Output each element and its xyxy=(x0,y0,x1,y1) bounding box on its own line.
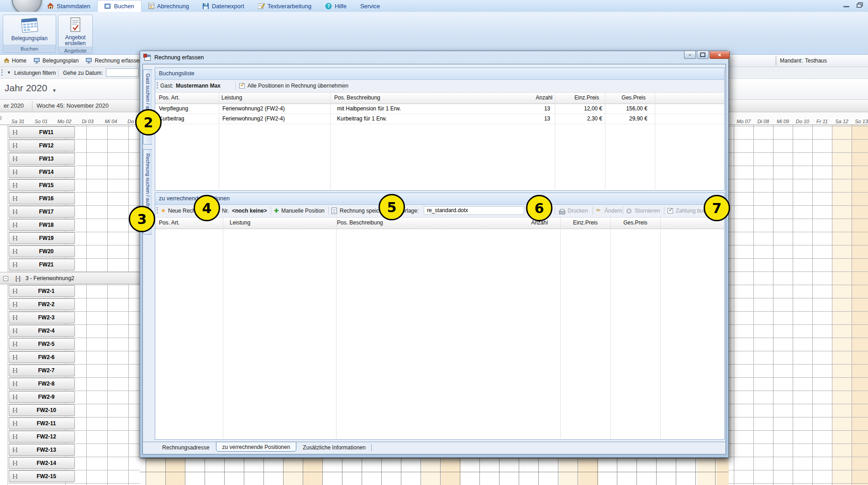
room-button[interactable]: [-] FW14 xyxy=(9,166,75,178)
collapse-toggle[interactable]: [-] xyxy=(13,394,17,399)
collapse-toggle[interactable]: [-] xyxy=(13,235,17,240)
room-button[interactable]: [-] FW2-12 xyxy=(9,431,75,443)
dialog-maximize-button[interactable] xyxy=(697,51,709,59)
collapse-toggle[interactable]: [-] xyxy=(13,367,17,373)
table-row[interactable]: Verpflegung Ferienwohnung2 (FW2-4) mit H… xyxy=(155,104,724,114)
belegungsplan-button[interactable]: Belegungsplan xyxy=(3,15,56,45)
collapse-toggle[interactable]: [-] xyxy=(13,473,17,479)
toolbar-grip[interactable] xyxy=(157,82,158,89)
collapse-toggle[interactable]: [-] xyxy=(13,156,17,161)
goto-date-input[interactable] xyxy=(106,68,139,77)
collapse-toggle[interactable]: [-] xyxy=(13,288,17,293)
collapse-toggle[interactable]: [-] xyxy=(13,381,17,386)
filter-dropdown-icon[interactable]: ▼ xyxy=(7,70,11,75)
stornieren-button[interactable]: Stornieren xyxy=(635,208,660,214)
collapse-toggle[interactable]: [-] xyxy=(13,328,17,333)
room-button[interactable]: [-] FW21 xyxy=(9,259,75,271)
room-button[interactable]: [-] FW2-7 xyxy=(9,365,75,376)
collapse-toggle[interactable]: [-] xyxy=(13,301,17,307)
room-button[interactable]: [-] FW2-8 xyxy=(9,378,75,390)
collapse-toggle[interactable]: [-] xyxy=(13,142,17,148)
collapse-box-icon[interactable]: − xyxy=(3,276,8,281)
room-button[interactable]: [-] FW12 xyxy=(9,140,75,151)
column-header: Leistung xyxy=(230,219,250,226)
room-button[interactable]: [-] FW18 xyxy=(9,219,75,231)
year-selector[interactable]: Jahr 2020 xyxy=(5,83,47,94)
room-button[interactable]: [-] FW2-5 xyxy=(9,338,75,350)
room-row: [-] FW14 xyxy=(0,166,140,179)
collapse-toggle[interactable]: [-] xyxy=(13,354,17,360)
room-group-header[interactable]: − [-] 3 - Ferienwohnung2 xyxy=(0,272,140,284)
collapse-toggle[interactable]: [-] xyxy=(13,447,17,452)
room-button[interactable]: [-] FW11 xyxy=(9,126,75,138)
room-button[interactable]: [-] FW2-10 xyxy=(9,404,75,416)
room-name: FW18 xyxy=(20,222,73,228)
room-button[interactable]: [-] FW2-14 xyxy=(9,457,75,469)
tab-buchen[interactable]: Buchen xyxy=(97,0,142,12)
filter-leistungen-button[interactable]: Leistungen filtern xyxy=(14,70,56,76)
calendar-grid-left[interactable]: [-] FW11 [-] FW12 [-] FW13 xyxy=(0,125,140,485)
room-button[interactable]: [-] FW2-4 xyxy=(9,325,75,337)
collapse-toggle[interactable]: [-] xyxy=(13,222,17,227)
room-button[interactable]: [-] FW13 xyxy=(9,153,75,165)
room-button[interactable]: [-] FW17 xyxy=(9,206,75,218)
vorlage-input[interactable]: re_standard.dotx xyxy=(424,206,524,215)
angebot-erstellen-button[interactable]: Angebot erstellen xyxy=(58,15,92,47)
room-button[interactable]: [-] FW2-6 xyxy=(9,351,75,363)
collapse-toggle[interactable]: [-] xyxy=(13,248,17,254)
calendar-grid-right[interactable] xyxy=(729,125,868,485)
tab-textverarbeitung[interactable]: Textverarbeitung xyxy=(251,0,318,12)
collapse-toggle[interactable]: [-] xyxy=(13,341,17,346)
dialog-close-button[interactable]: ✕ xyxy=(710,51,730,59)
breadcrumb-rechnung-erfassen[interactable]: Rechnung erfassen xyxy=(86,57,142,64)
collapse-toggle[interactable]: [-] xyxy=(13,314,17,320)
room-button[interactable]: [-] FW2-9 xyxy=(9,391,75,403)
room-button[interactable]: [-] FW2-1 xyxy=(9,285,75,297)
tab-hilfe[interactable]: ? Hilfe xyxy=(318,0,353,12)
tab-abrechnung[interactable]: Abrechnung xyxy=(142,0,196,12)
collapse-toggle[interactable]: [-] xyxy=(13,129,17,135)
collapse-toggle[interactable]: [-] xyxy=(13,169,17,174)
room-button[interactable]: [-] FW15 xyxy=(9,179,75,191)
tab-stammdaten[interactable]: Stammdaten xyxy=(40,0,97,12)
collapse-toggle[interactable]: [-] xyxy=(13,195,17,201)
room-button[interactable]: [-] FW19 xyxy=(9,232,75,244)
collapse-toggle[interactable]: [-] xyxy=(13,407,17,412)
restore-icon[interactable] xyxy=(857,2,863,7)
dialog-minimize-button[interactable]: – xyxy=(684,51,696,59)
collapse-toggle[interactable]: [-] xyxy=(13,460,17,465)
collapse-toggle[interactable]: [-] xyxy=(13,420,17,426)
checkbox-checked-icon[interactable]: ✓ xyxy=(239,83,245,89)
tab-zusaetzliche-informationen[interactable]: Zusätzliche Informationen xyxy=(300,443,368,452)
collapse-toggle[interactable]: [-] xyxy=(13,209,17,214)
room-button[interactable]: [-] FW16 xyxy=(9,193,75,204)
room-button[interactable]: [-] FW2-2 xyxy=(9,298,75,310)
collapse-toggle[interactable]: [-] xyxy=(13,433,17,439)
calendar-grid-bottom[interactable] xyxy=(140,458,729,485)
breadcrumb-belegungsplan[interactable]: Belegungsplan xyxy=(34,57,79,64)
collapse-toggle[interactable]: [-] xyxy=(13,261,17,267)
aendern-button[interactable]: Ändern xyxy=(605,208,622,214)
chevron-down-icon[interactable]: ▾ xyxy=(53,87,56,94)
room-button[interactable]: [-] FW20 xyxy=(9,245,75,257)
room-button[interactable]: [-] FW2-11 xyxy=(9,417,75,429)
tab-datenexport[interactable]: Datenexport xyxy=(196,0,251,12)
tab-service[interactable]: Service xyxy=(353,0,387,12)
table-row[interactable]: Kurbeitrag Ferienwohnung2 (FW2-4) Kurbei… xyxy=(155,114,724,124)
alle-positionen-checkbox-label[interactable]: Alle Positionen in Rechnung übernehmen xyxy=(247,83,348,89)
breadcrumb-home[interactable]: Home xyxy=(4,57,26,64)
collapse-toggle[interactable]: [-] xyxy=(13,182,17,188)
tab-rechnungsadresse[interactable]: Rechnungsadresse xyxy=(158,443,213,452)
drucken-button[interactable]: Drucken xyxy=(568,208,588,214)
minimize-icon[interactable] xyxy=(843,6,849,7)
toolbar-grip[interactable] xyxy=(1,69,3,76)
dialog-titlebar[interactable]: Rechnung erfassen xyxy=(140,51,728,64)
tab-zu-verrechnende-positionen[interactable]: zu verrechnende Positionen xyxy=(216,442,296,452)
room-button[interactable]: [-] FW2-15 xyxy=(9,470,75,482)
room-button[interactable]: [-] FW2-3 xyxy=(9,312,75,323)
room-row: [-] FW19 xyxy=(0,232,140,245)
room-button[interactable]: [-] FW2-13 xyxy=(9,444,75,456)
manuelle-position-button[interactable]: Manuelle Position xyxy=(281,208,325,214)
toolbar-grip[interactable] xyxy=(157,207,158,214)
collapse-toggle[interactable]: [-] xyxy=(16,275,21,282)
